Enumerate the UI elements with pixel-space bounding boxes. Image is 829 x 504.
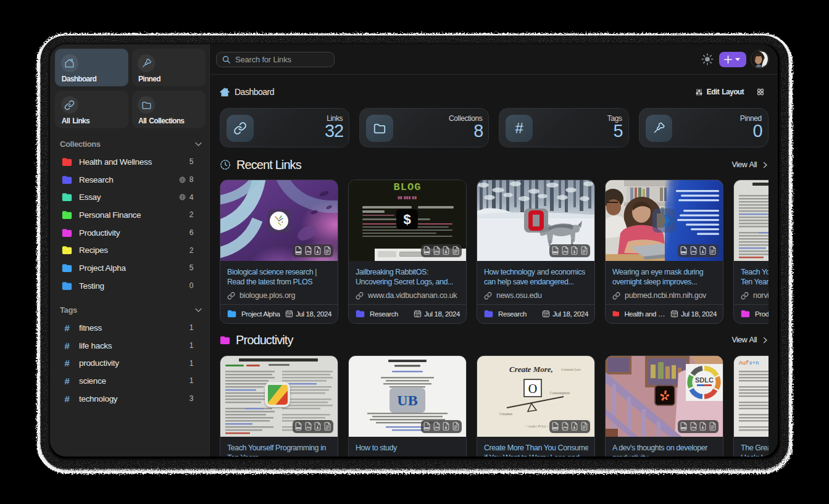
svg-text:SDLC: SDLC xyxy=(695,376,714,384)
svg-text:Consumption: Consumption xyxy=(550,391,570,395)
svg-text:Aufs+n: Aufs+n xyxy=(739,360,759,366)
svg-text:Create More,: Create More, xyxy=(509,365,553,374)
svg-text:UB: UB xyxy=(397,392,417,408)
svg-text:Consume Less: Consume Less xyxy=(561,368,581,371)
svg-text:O: O xyxy=(528,382,537,395)
svg-text:~ under Prins ~: ~ under Prins ~ xyxy=(525,424,549,428)
svg-text:Creation: Creation xyxy=(499,412,512,416)
